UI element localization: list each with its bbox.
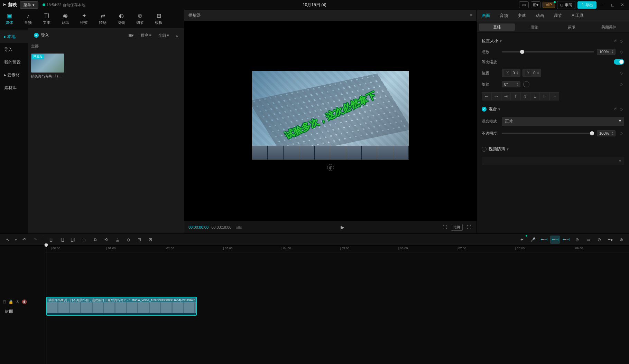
align-left-button[interactable]: ⇤	[482, 92, 491, 100]
smart-tool[interactable]: ⊠	[146, 236, 155, 244]
scale-keyframe[interactable]: ◇	[618, 49, 624, 54]
pos-y-input[interactable]: Y0▴▾	[522, 69, 541, 77]
select-tool[interactable]: ↖	[3, 236, 12, 244]
zoom-out-button[interactable]: ⊖	[594, 236, 604, 244]
split-tool[interactable]: ∐	[46, 236, 56, 244]
tab-adjust[interactable]: ⎚调节	[134, 11, 146, 27]
blend-keyframe-icon[interactable]: ◇	[618, 107, 624, 112]
tab-transition[interactable]: ⇄转场	[97, 11, 109, 27]
preview-tool[interactable]: ▭	[583, 236, 593, 244]
subtab-cutout[interactable]: 抠像	[516, 23, 552, 31]
lock-ratio-toggle[interactable]	[614, 59, 624, 65]
stabilize-select[interactable]: ▾	[482, 157, 624, 165]
fullscreen-button[interactable]: ⛶	[465, 224, 472, 230]
crop2-tool[interactable]: ⊡	[135, 236, 144, 244]
position-keyframe[interactable]: ◇	[618, 70, 624, 75]
playhead[interactable]	[46, 246, 46, 364]
preview-control-icon[interactable]: ◎	[327, 164, 334, 171]
sidebar-item-local[interactable]: ▸ 本地	[0, 30, 28, 43]
split-left-tool[interactable]: ⌈∐	[57, 236, 67, 244]
minimize-button[interactable]: —	[599, 2, 607, 7]
prop-tab-adjust[interactable]: 调节	[549, 10, 567, 22]
layout-1-button[interactable]: ▭	[519, 1, 529, 8]
distribute-v-button[interactable]: ⊫	[549, 92, 559, 100]
zoom-in-button[interactable]: ⊕	[617, 236, 626, 244]
media-thumbnail[interactable]: 已添加	[31, 54, 64, 73]
export-button[interactable]: ⇧导出	[577, 1, 596, 9]
mirror-tool[interactable]: ◬	[112, 236, 122, 244]
track-collapse-icon[interactable]: ⊟	[3, 299, 6, 304]
tab-media[interactable]: ▣媒体	[3, 11, 15, 27]
subtab-beauty[interactable]: 美颜美体	[591, 23, 627, 31]
tab-sticker[interactable]: ◉贴纸	[59, 11, 71, 27]
link-tool[interactable]: ⊕	[572, 236, 582, 244]
tab-filter[interactable]: ◐滤镜	[115, 11, 127, 27]
track-visible-icon[interactable]: 👁	[16, 299, 20, 304]
tab-text[interactable]: TI文本	[41, 11, 53, 27]
subtab-basic[interactable]: 基础	[479, 23, 515, 31]
split-right-tool[interactable]: ∐⌉	[68, 236, 78, 244]
select-dropdown[interactable]: ▾	[14, 236, 18, 244]
video-preview[interactable]: 试验多次，这次必然拿下	[252, 71, 409, 160]
align-right-button[interactable]: ⇥	[501, 92, 511, 100]
magnet-1[interactable]: ⊢⊣	[539, 236, 549, 244]
reset-icon[interactable]: ↺	[612, 39, 618, 44]
zoom-slider[interactable]: ━●	[605, 236, 615, 244]
align-top-button[interactable]: ⤒	[511, 92, 520, 100]
undo-button[interactable]: ↶	[19, 236, 29, 244]
view-mode-button[interactable]: ▦▾	[126, 32, 136, 39]
prop-tab-speed[interactable]: 变速	[513, 10, 531, 22]
vip-badge[interactable]: VIP	[543, 2, 555, 8]
scale-slider[interactable]	[502, 51, 594, 52]
close-button[interactable]: ✕	[619, 2, 626, 7]
track-lock-icon[interactable]: 🔒	[8, 299, 13, 304]
copy-tool[interactable]: ⧉	[90, 236, 100, 244]
redo-button[interactable]: ↷	[30, 236, 40, 244]
opacity-slider[interactable]	[502, 133, 594, 134]
sidebar-item-presets[interactable]: 我的预设	[0, 56, 28, 69]
prop-tab-video[interactable]: 画面	[477, 10, 495, 22]
crop-tool[interactable]: ◻	[79, 236, 89, 244]
layout-2-button[interactable]: ⊞▾	[531, 1, 540, 8]
player-menu-icon[interactable]: ≡	[470, 13, 472, 18]
media-item[interactable]: 已添加 搞笑海岛奇兵...1).mp4	[31, 54, 64, 79]
pos-x-input[interactable]: X0▴▾	[502, 69, 520, 77]
compare-icon[interactable]: ⊟⊟	[234, 224, 244, 230]
filter-all-button[interactable]: 全部 ▾	[156, 32, 171, 39]
sidebar-item-cloud[interactable]: ▸ 云素材	[0, 69, 28, 82]
snapshot-button[interactable]: ⛶	[441, 224, 448, 230]
blend-reset-icon[interactable]: ↺	[612, 107, 618, 112]
align-bottom-button[interactable]: ⤓	[530, 92, 540, 100]
auto-tool[interactable]: ✦	[517, 236, 527, 244]
tab-audio[interactable]: ♪音频	[22, 11, 34, 27]
timeline-ruler[interactable]: | 00:00 | 01:00 | 02:00 | 03:00 | 04:00 …	[45, 246, 629, 252]
rotate-dial-icon[interactable]	[523, 81, 529, 87]
tab-template[interactable]: ⊞模板	[153, 11, 165, 27]
magnet-2[interactable]: ⊢⊣	[550, 236, 560, 244]
magnet-3[interactable]: ⊢⊣	[561, 236, 571, 244]
sidebar-item-import[interactable]: 导入	[0, 43, 28, 56]
blend-mode-select[interactable]: 正常▾	[502, 117, 624, 126]
prop-tab-audio[interactable]: 音频	[495, 10, 513, 22]
align-vcenter-button[interactable]: ⇕	[520, 92, 530, 100]
opacity-keyframe[interactable]: ◇	[618, 131, 624, 136]
rotate-keyframe[interactable]: ◇	[618, 82, 624, 87]
import-button[interactable]: + 导入	[31, 31, 52, 40]
search-button[interactable]: ⌕	[174, 32, 181, 38]
review-button[interactable]: ⊡审阅	[557, 1, 575, 9]
prop-tab-anim[interactable]: 动画	[531, 10, 549, 22]
sidebar-item-library[interactable]: 素材库	[0, 82, 28, 94]
subtab-mask[interactable]: 蒙版	[554, 23, 590, 31]
align-hcenter-button[interactable]: ⇔	[491, 92, 501, 100]
play-button[interactable]: ▶	[339, 224, 346, 231]
mic-tool[interactable]: 🎤	[528, 236, 538, 244]
video-clip[interactable]: 搞笑海岛奇兵，打不死的小强，这次能打下最后的岛吗？ - 1.studio_vid…	[46, 297, 197, 316]
rotate-input[interactable]: 0°▴▾	[502, 81, 520, 87]
tab-effect[interactable]: ✦特效	[78, 11, 90, 27]
rotate-tool[interactable]: ◇	[123, 236, 133, 244]
distribute-h-button[interactable]: ⊪	[540, 92, 549, 100]
opacity-input[interactable]: 100%▴▾	[597, 130, 616, 136]
unchecked-icon[interactable]	[482, 147, 487, 152]
keyframe-icon[interactable]: ◇	[618, 39, 624, 44]
maximize-button[interactable]: ◻	[609, 2, 617, 7]
